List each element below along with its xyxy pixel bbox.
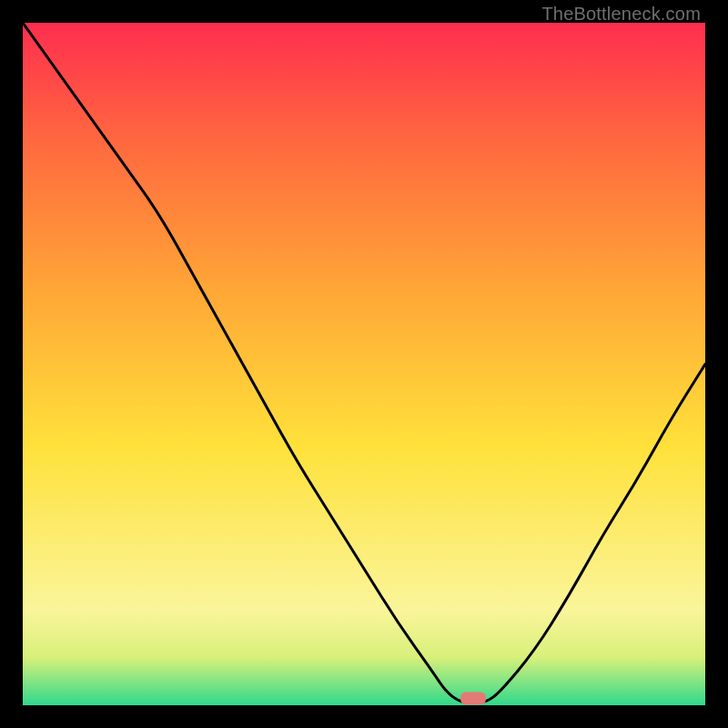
plot-area — [23, 23, 705, 705]
watermark-text: TheBottleneck.com — [541, 4, 701, 25]
optimal-marker — [460, 693, 486, 705]
chart-svg — [23, 23, 705, 705]
chart-frame: TheBottleneck.com — [0, 0, 728, 728]
gradient-background — [23, 23, 705, 705]
